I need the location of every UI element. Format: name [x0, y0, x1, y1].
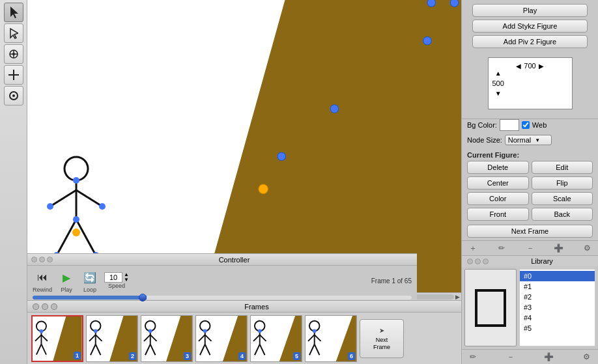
- speed-label: Speed: [108, 283, 125, 289]
- library-title: Library: [491, 257, 593, 265]
- web-checkbox[interactable]: [522, 121, 530, 129]
- library-item[interactable]: #4: [520, 313, 595, 323]
- figure-buttons: Delete Edit Center Flip Color Scale Fron…: [462, 161, 598, 223]
- circle-tool[interactable]: [4, 86, 23, 105]
- svg-point-18: [64, 157, 88, 180]
- front-button[interactable]: Front: [467, 208, 529, 221]
- scrubber-thumb[interactable]: [139, 294, 147, 301]
- right-panel: Play Add Stykz Figure Add Piv 2 Figure ◀…: [461, 0, 598, 364]
- svg-marker-0: [10, 7, 18, 18]
- scroll-right-icon[interactable]: ▶: [455, 294, 460, 300]
- add-piv2-button[interactable]: Add Piv 2 Figure: [472, 35, 588, 48]
- lib-tl-max[interactable]: [483, 259, 489, 264]
- ctrl-tl-max[interactable]: [47, 257, 53, 262]
- next-frame-panel-button[interactable]: Next Frame: [467, 225, 593, 238]
- controller-title: Controller: [55, 256, 413, 264]
- svg-point-27: [73, 216, 79, 223]
- svg-point-48: [94, 329, 98, 333]
- add-icon[interactable]: ＋: [467, 242, 479, 254]
- panel-bottom-toolbar: ＋ ✏ － ➕ ⚙: [462, 240, 598, 255]
- lib-gear-icon[interactable]: ⚙: [581, 351, 593, 363]
- library-list[interactable]: #0#1#2#3#4#5: [519, 269, 595, 346]
- svg-line-22: [57, 219, 76, 255]
- rewind-label: Rewind: [33, 287, 52, 293]
- library-item[interactable]: #2: [520, 292, 595, 302]
- svg-point-11: [427, 0, 435, 7]
- library-header: Library: [462, 256, 598, 266]
- ctrl-tl-close[interactable]: [31, 257, 37, 262]
- lib-tl-close[interactable]: [467, 259, 473, 264]
- svg-point-16: [259, 184, 268, 194]
- svg-point-30: [72, 229, 80, 236]
- color-button[interactable]: Color: [467, 192, 529, 205]
- current-figure-label: Current Figure:: [462, 149, 598, 161]
- add-node-tool[interactable]: [4, 65, 23, 85]
- flip-button[interactable]: Flip: [532, 176, 593, 189]
- svg-point-13: [423, 36, 431, 45]
- frame-thumb[interactable]: 5: [250, 315, 302, 362]
- delete-button[interactable]: Delete: [467, 161, 529, 174]
- frames-tl-close[interactable]: [33, 303, 39, 310]
- gear-icon[interactable]: ⚙: [581, 242, 593, 254]
- lib-tl-min[interactable]: [475, 259, 481, 264]
- remove-icon[interactable]: －: [524, 242, 536, 254]
- svg-line-21: [76, 190, 102, 206]
- frame-thumb[interactable]: 1: [31, 315, 83, 362]
- play-ctrl-button[interactable]: ▶: [57, 268, 76, 287]
- svg-line-23: [76, 219, 96, 255]
- bg-color-swatch[interactable]: [500, 119, 519, 131]
- library-item[interactable]: #0: [520, 271, 595, 281]
- svg-point-84: [313, 329, 317, 333]
- back-button[interactable]: Back: [532, 208, 593, 221]
- add-alt-icon[interactable]: ➕: [552, 242, 564, 254]
- speed-down-button[interactable]: ▼: [124, 277, 129, 283]
- frames-panel: Frames 1: [27, 300, 461, 364]
- next-frame-button[interactable]: ➤ Next Frame: [360, 319, 404, 358]
- library-preview: [464, 269, 517, 346]
- library-item[interactable]: #5: [520, 323, 595, 333]
- canvas-area[interactable]: [27, 0, 461, 292]
- lib-remove-icon[interactable]: ➕: [543, 351, 555, 363]
- svg-line-20: [50, 190, 76, 206]
- frame-thumb[interactable]: 4: [195, 315, 248, 362]
- svg-rect-85: [476, 290, 505, 326]
- bg-color-row: Bg Color: Web: [462, 119, 598, 133]
- edit-pencil-icon[interactable]: ✏: [496, 242, 507, 254]
- loop-button[interactable]: 🔄: [81, 268, 99, 287]
- scrubber[interactable]: [27, 296, 417, 300]
- frame-thumb[interactable]: 6: [305, 315, 357, 362]
- scale-button[interactable]: Scale: [532, 192, 593, 205]
- svg-point-26: [99, 203, 106, 210]
- library-item[interactable]: #1: [520, 281, 595, 292]
- frame-thumb[interactable]: 3: [141, 315, 193, 362]
- transform-tool[interactable]: [4, 44, 23, 64]
- frame-thumb[interactable]: 2: [86, 315, 138, 362]
- library-bottom-toolbar: ✏ － ➕ ⚙: [462, 349, 598, 364]
- node-size-select[interactable]: Normal ▼: [505, 135, 552, 145]
- lib-edit-icon[interactable]: －: [505, 351, 517, 363]
- lib-add-icon[interactable]: ✏: [467, 351, 479, 363]
- select-tool[interactable]: [4, 23, 23, 43]
- rewind-button[interactable]: ⏮: [33, 268, 51, 287]
- svg-point-57: [149, 329, 152, 333]
- frames-tl-max[interactable]: [51, 303, 57, 310]
- library-item[interactable]: #3: [520, 302, 595, 313]
- library-content: #0#1#2#3#4#5: [462, 266, 598, 349]
- pointer-tool[interactable]: [4, 3, 23, 22]
- frames-tl-min[interactable]: [42, 303, 48, 310]
- bg-color-label: Bg Color:: [467, 121, 497, 129]
- center-button[interactable]: Center: [467, 176, 529, 189]
- web-label: Web: [532, 121, 547, 129]
- edit-button[interactable]: Edit: [532, 161, 593, 174]
- svg-point-25: [47, 203, 53, 210]
- next-frame-label: Next Frame: [373, 337, 390, 351]
- play-button[interactable]: Play: [472, 4, 588, 17]
- play-ctrl-label: Play: [61, 287, 72, 293]
- library-traffic-lights: [467, 259, 489, 264]
- left-toolbar: [0, 0, 27, 364]
- speed-value: 10: [104, 272, 122, 283]
- ctrl-tl-min[interactable]: [39, 257, 45, 262]
- add-stykz-button[interactable]: Add Stykz Figure: [472, 20, 588, 33]
- svg-marker-1: [10, 29, 18, 38]
- frames-title: Frames: [57, 303, 456, 311]
